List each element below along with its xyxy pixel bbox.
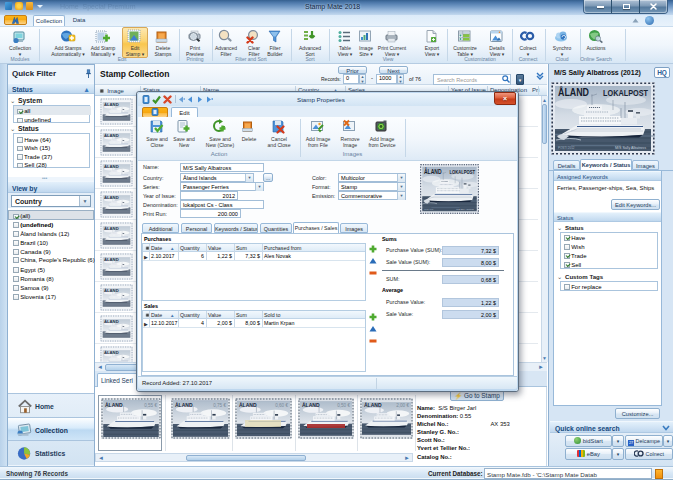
svg-text:ÅLAND: ÅLAND — [175, 402, 193, 408]
svg-text:0,60 €: 0,60 € — [275, 403, 288, 408]
svg-text:ÅLAND: ÅLAND — [364, 402, 382, 408]
svg-text:0,75 €: 0,75 € — [213, 403, 226, 408]
svg-text:0,50 €: 0,50 € — [337, 403, 350, 408]
svg-text:0,55 €: 0,55 € — [144, 403, 157, 408]
svg-text:ÅLAND: ÅLAND — [105, 402, 123, 408]
svg-text:ÅLAND: ÅLAND — [302, 402, 320, 408]
svg-text:2,00 €: 2,00 € — [396, 403, 409, 408]
svg-text:ÅLAND: ÅLAND — [239, 402, 257, 408]
